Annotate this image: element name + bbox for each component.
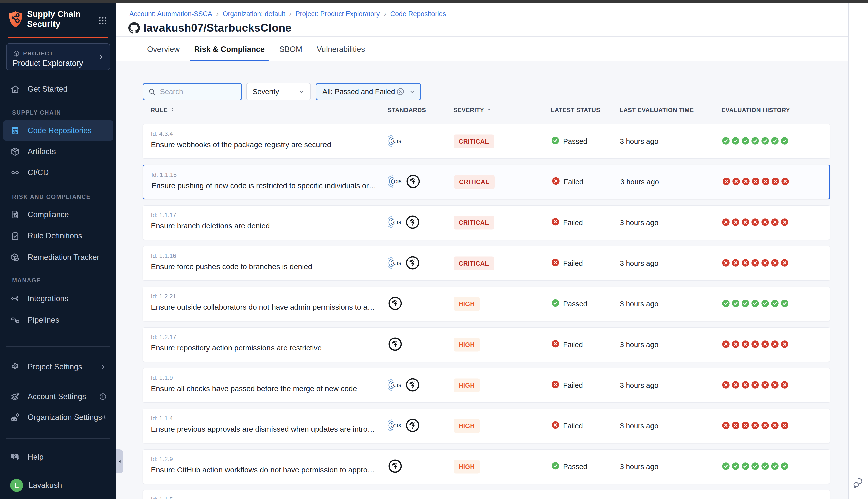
x-circle-icon[interactable] <box>731 218 740 228</box>
sidebar-item-pipelines[interactable]: Pipelines <box>3 310 113 330</box>
check-circle-icon[interactable] <box>731 136 740 146</box>
x-circle-icon[interactable] <box>732 177 740 187</box>
table-row[interactable]: Id: 1.1.9Ensure all checks have passed b… <box>143 368 830 403</box>
column-header-last-evaluation-time[interactable]: LAST EVALUATION TIME <box>619 107 694 114</box>
x-circle-icon[interactable] <box>751 177 760 187</box>
column-header-rule[interactable]: RULE <box>151 107 175 114</box>
x-circle-icon[interactable] <box>741 258 750 268</box>
check-circle-icon[interactable] <box>761 299 769 309</box>
sidebar-item-compliance[interactable]: Compliance <box>3 205 113 224</box>
x-circle-icon[interactable] <box>722 340 730 349</box>
check-circle-icon[interactable] <box>751 462 760 471</box>
column-header-evaluation-history[interactable]: EVALUATION HISTORY <box>721 107 790 114</box>
x-circle-icon[interactable] <box>741 421 750 431</box>
table-row[interactable]: Id: 1.2.21Ensure outside collaborators d… <box>143 287 830 321</box>
x-circle-icon[interactable] <box>761 421 769 431</box>
table-row[interactable]: Id: 1.1.17Ensure branch deletions are de… <box>143 205 830 240</box>
x-circle-icon[interactable] <box>722 421 730 431</box>
sidebar-item-project-settings[interactable]: Project Settings <box>3 357 113 377</box>
check-circle-icon[interactable] <box>780 136 789 146</box>
x-circle-icon[interactable] <box>722 258 730 268</box>
x-circle-icon[interactable] <box>741 380 750 390</box>
x-circle-icon[interactable] <box>771 218 779 228</box>
x-circle-icon[interactable] <box>731 340 740 349</box>
x-circle-icon[interactable] <box>780 380 789 390</box>
breadcrumb-link[interactable]: Organization: default <box>222 10 285 18</box>
x-circle-icon[interactable] <box>751 380 760 390</box>
sidebar-item-artifacts[interactable]: Artifacts <box>3 142 113 162</box>
sidebar-item-rule-definitions[interactable]: Rule Definitions <box>3 226 113 246</box>
check-circle-icon[interactable] <box>780 462 789 471</box>
sidebar-user[interactable]: LLavakush <box>3 475 113 496</box>
x-circle-icon[interactable] <box>751 340 760 349</box>
x-circle-icon[interactable] <box>751 258 760 268</box>
x-circle-icon[interactable] <box>741 340 750 349</box>
check-circle-icon[interactable] <box>731 299 740 309</box>
x-circle-icon[interactable] <box>731 380 740 390</box>
caret-down-icon[interactable] <box>486 107 492 114</box>
table-row[interactable]: Id: 1.1.5CISHIGHFailed3 hours ago <box>143 490 830 499</box>
check-circle-icon[interactable] <box>722 462 730 471</box>
x-circle-icon[interactable] <box>771 380 779 390</box>
x-circle-icon[interactable] <box>771 340 779 349</box>
breadcrumb-link[interactable]: Code Repositories <box>390 10 446 18</box>
project-selector[interactable]: PROJECT Product Exploratory <box>6 44 110 70</box>
x-circle-icon[interactable] <box>751 421 760 431</box>
x-circle-icon[interactable] <box>780 218 789 228</box>
x-circle-icon[interactable] <box>742 177 750 187</box>
severity-filter-dropdown[interactable]: Severity <box>246 83 311 100</box>
check-circle-icon[interactable] <box>751 299 760 309</box>
check-circle-icon[interactable] <box>722 299 730 309</box>
check-circle-icon[interactable] <box>780 299 789 309</box>
tab-sbom[interactable]: SBOM <box>278 37 303 61</box>
tab-vulnerabilities[interactable]: Vulnerabilities <box>316 37 366 61</box>
sidebar-item-organization-settings[interactable]: Organization Settings <box>3 407 113 427</box>
sidebar-item-get-started[interactable]: Get Started <box>3 79 113 99</box>
check-circle-icon[interactable] <box>741 136 750 146</box>
column-header-latest-status[interactable]: LATEST STATUS <box>551 107 600 114</box>
column-header-standards[interactable]: STANDARDS <box>387 107 426 114</box>
x-circle-icon[interactable] <box>780 258 789 268</box>
x-circle-icon[interactable] <box>761 177 770 187</box>
search-input[interactable] <box>159 87 237 96</box>
x-circle-icon[interactable] <box>722 380 730 390</box>
x-circle-icon[interactable] <box>741 218 750 228</box>
x-circle-icon[interactable] <box>780 421 789 431</box>
check-circle-icon[interactable] <box>771 462 779 471</box>
breadcrumb-link[interactable]: Account: Automation-SSCA <box>129 10 212 18</box>
column-header-severity[interactable]: SEVERITY <box>453 107 492 114</box>
check-circle-icon[interactable] <box>761 136 769 146</box>
x-circle-icon[interactable] <box>761 380 769 390</box>
table-row[interactable]: Id: 1.1.4Ensure previous approvals are d… <box>143 409 830 443</box>
sort-both-icon[interactable] <box>170 107 175 114</box>
check-circle-icon[interactable] <box>761 462 769 471</box>
x-circle-icon[interactable] <box>722 177 731 187</box>
sidebar-item-help[interactable]: Help <box>3 447 113 467</box>
sidebar-item-remediation-tracker[interactable]: Remediation Tracker <box>3 247 113 267</box>
grid-dots-icon[interactable] <box>98 15 108 26</box>
sidebar-item-code-repositories[interactable]: Code Repositories <box>3 121 113 141</box>
x-circle-icon[interactable] <box>761 258 769 268</box>
check-circle-icon[interactable] <box>771 136 779 146</box>
x-circle-icon[interactable] <box>731 421 740 431</box>
status-filter-dropdown[interactable]: All: Passed and Failed <box>316 83 421 100</box>
table-row[interactable]: Id: 1.1.15Ensure pushing of new code is … <box>143 165 830 199</box>
sidebar-collapse-handle[interactable] <box>116 449 123 473</box>
chat-bubbles-icon[interactable] <box>853 477 865 489</box>
check-circle-icon[interactable] <box>741 299 750 309</box>
x-circle-icon[interactable] <box>771 177 780 187</box>
x-circle-icon[interactable] <box>751 218 760 228</box>
x-circle-icon[interactable] <box>722 218 730 228</box>
breadcrumb-link[interactable]: Project: Product Exploratory <box>296 10 380 18</box>
table-row[interactable]: Id: 1.1.16Ensure force pushes code to br… <box>143 246 830 281</box>
check-circle-icon[interactable] <box>741 462 750 471</box>
check-circle-icon[interactable] <box>771 299 779 309</box>
x-circle-icon[interactable] <box>771 421 779 431</box>
table-row[interactable]: Id: 1.2.17Ensure repository action permi… <box>143 327 830 362</box>
x-circle-icon[interactable] <box>771 258 779 268</box>
check-circle-icon[interactable] <box>731 462 740 471</box>
sidebar-item-ci-cd[interactable]: CI/CD <box>3 163 113 183</box>
x-circle-icon[interactable] <box>780 340 789 349</box>
table-row[interactable]: Id: 4.3.4Ensure webhooks of the package … <box>143 124 830 159</box>
table-row[interactable]: Id: 1.2.9Ensure GitHub action workflows … <box>143 449 830 484</box>
